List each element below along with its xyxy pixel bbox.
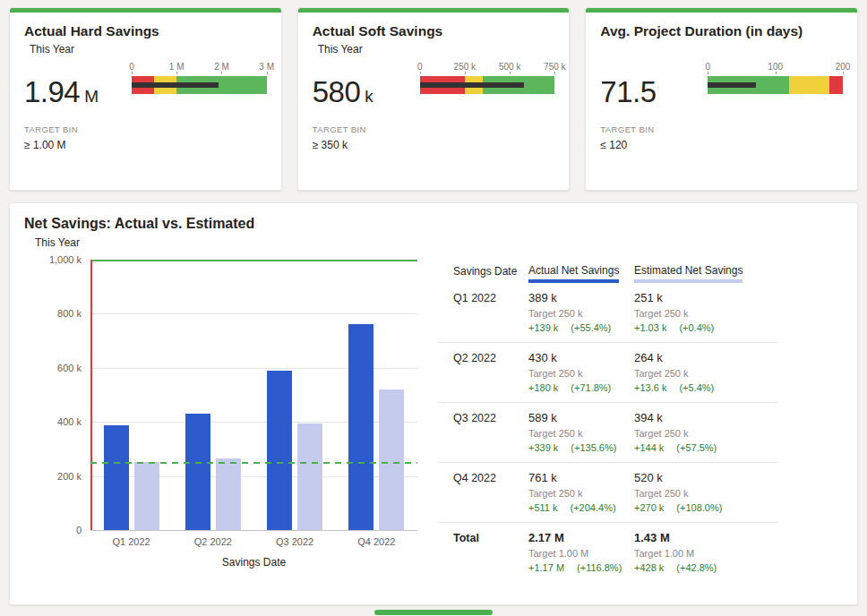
kpi-target-bin-value: ≤ 120	[600, 139, 843, 151]
bars-layer	[90, 260, 417, 530]
row-label: Total	[439, 531, 528, 573]
bullet-axis-label: 0	[417, 62, 423, 72]
x-axis-labels: Q1 2022Q2 2022Q3 2022Q4 2022	[90, 536, 417, 547]
bar-actual-q3-2022[interactable]	[267, 371, 292, 530]
variance-absolute: +180 k	[528, 382, 558, 393]
kpi-value-unit: k	[365, 87, 373, 106]
bullet-axis-tick	[776, 72, 777, 74]
y-axis-label: 1,000 k	[49, 254, 82, 265]
actual-target: Target 250 k	[528, 428, 634, 439]
actual-value: 389 k	[528, 291, 634, 304]
bar-estimated-q1-2022[interactable]	[134, 462, 159, 530]
kpi-card-avg-project-duration: Avg. Project Duration (in days) 71.5 010…	[585, 7, 858, 191]
estimated-value: 251 k	[634, 291, 777, 304]
bullet-axis: 01 M2 M3 M	[132, 61, 267, 74]
variance-absolute: +144 k	[634, 442, 664, 453]
col-header-savings-date: Savings Date	[439, 265, 528, 283]
bullet-track	[708, 76, 843, 94]
bullet-axis-tick	[510, 72, 511, 74]
kpi-title: Actual Soft Savings	[313, 23, 555, 39]
bullet-axis: 0250 k500 k750 k	[420, 61, 555, 74]
actual-variance: +139 k(+55.4%)	[528, 322, 634, 333]
kpi-bullet-chart: 0250 k500 k750 k	[420, 61, 555, 109]
bar-actual-q2-2022[interactable]	[185, 414, 210, 530]
actual-value: 761 k	[528, 471, 634, 484]
main-chart-subtitle: This Year	[35, 236, 839, 249]
kpi-value: 1.94M	[24, 75, 132, 109]
table-row: Q3 2022589 kTarget 250 k+339 k(+135.6%)3…	[439, 403, 777, 463]
estimated-cell: 251 kTarget 250 k+1.03 k(+0.4%)	[634, 291, 777, 333]
kpi-value: 580k	[313, 75, 420, 109]
variance-percent: (+57.5%)	[676, 442, 717, 453]
kpi-bullet-chart: 01 M2 M3 M	[132, 61, 267, 109]
table-row-total: Total2.17 MTarget 1.00 M+1.17 M(+116.8%)…	[439, 523, 777, 582]
kpi-card-body: Actual Soft Savings This Year 580k 0250 …	[298, 13, 570, 151]
bar-estimated-q2-2022[interactable]	[216, 458, 241, 530]
actual-target: Target 250 k	[528, 488, 634, 499]
col-header-estimated-wrap: Estimated Net Savings	[634, 264, 777, 283]
actual-variance: +180 k(+71.8%)	[528, 382, 634, 393]
net-savings-table: Savings Date Actual Net Savings Estimate…	[439, 260, 777, 582]
kpi-card-body: Avg. Project Duration (in days) 71.5 010…	[586, 13, 857, 151]
bullet-track	[132, 76, 267, 94]
y-axis-label: 800 k	[57, 308, 82, 319]
bullet-measure-bar	[708, 82, 756, 88]
kpi-title: Actual Hard Savings	[24, 23, 267, 39]
actual-cell: 761 kTarget 250 k+511 k(+204.4%)	[528, 471, 634, 513]
kpi-value: 71.5	[600, 75, 708, 109]
estimated-variance: +13.6 k(+5.4%)	[634, 382, 777, 393]
estimated-cell: 1.43 MTarget 1.00 M+428 k(+42.8%)	[634, 531, 777, 573]
bullet-axis-label: 250 k	[454, 62, 476, 72]
bullet-axis-label: 200	[836, 62, 851, 72]
estimated-variance: +428 k(+42.8%)	[634, 562, 777, 573]
kpi-period: This Year	[30, 43, 267, 56]
table-header: Savings Date Actual Net Savings Estimate…	[439, 260, 777, 283]
row-label: Q4 2022	[439, 471, 528, 513]
bullet-track	[420, 76, 555, 94]
page-scroll-indicator[interactable]	[374, 610, 493, 615]
actual-value: 430 k	[528, 351, 634, 364]
variance-absolute: +270 k	[634, 502, 664, 513]
kpi-card-body: Actual Hard Savings This Year 1.94M 01 M…	[10, 13, 281, 151]
estimated-target: Target 250 k	[634, 428, 777, 439]
table-row: Q4 2022761 kTarget 250 k+511 k(+204.4%)5…	[439, 463, 777, 523]
table-row: Q2 2022430 kTarget 250 k+180 k(+71.8%)26…	[439, 343, 777, 403]
actual-cell: 589 kTarget 250 k+339 k(+135.6%)	[528, 411, 634, 453]
variance-absolute: +1.03 k	[634, 322, 666, 333]
kpi-bullet-chart: 0100200	[708, 61, 843, 109]
kpi-target-bin-value: ≥ 1.00 M	[24, 139, 267, 151]
bar-actual-q1-2022[interactable]	[104, 425, 129, 530]
variance-absolute: +1.17 M	[528, 562, 564, 573]
col-header-actual-net-savings: Actual Net Savings	[528, 264, 619, 283]
variance-absolute: +139 k	[528, 322, 558, 333]
actual-target: Target 1.00 M	[528, 548, 634, 559]
plot-area	[90, 260, 417, 530]
bar-group-q3-2022	[254, 260, 336, 530]
kpi-row: Actual Hard Savings This Year 1.94M 01 M…	[9, 7, 858, 191]
y-axis-label: 0	[76, 525, 82, 535]
bullet-axis-tick	[221, 72, 222, 74]
table-row: Q1 2022389 kTarget 250 k+139 k(+55.4%)25…	[439, 283, 777, 343]
bullet-axis-tick	[132, 72, 133, 74]
kpi-target-bin-label: TARGET BIN	[313, 124, 555, 134]
bullet-axis-tick	[465, 72, 466, 74]
bar-actual-q4-2022[interactable]	[348, 324, 373, 530]
bullet-axis-label: 3 M	[259, 62, 274, 72]
table-rows: Q1 2022389 kTarget 250 k+139 k(+55.4%)25…	[439, 283, 777, 582]
variance-percent: (+204.4%)	[571, 502, 616, 513]
row-label: Q3 2022	[439, 411, 528, 453]
bar-estimated-q4-2022[interactable]	[379, 389, 404, 530]
bar-estimated-q3-2022[interactable]	[297, 424, 322, 530]
estimated-cell: 520 kTarget 250 k+270 k(+108.0%)	[634, 471, 777, 513]
bar-group-q1-2022	[90, 260, 172, 530]
bar-group-q2-2022	[172, 260, 253, 530]
estimated-target: Target 250 k	[634, 488, 777, 499]
kpi-period	[605, 43, 843, 56]
col-header-actual-wrap: Actual Net Savings	[528, 264, 634, 283]
estimated-variance: +1.03 k(+0.4%)	[634, 322, 777, 333]
bullet-axis-tick	[554, 72, 555, 74]
bullet-axis: 0100200	[708, 61, 843, 74]
bullet-axis-label: 100	[768, 62, 783, 72]
estimated-value: 1.43 M	[634, 531, 777, 544]
actual-variance: +511 k(+204.4%)	[528, 502, 634, 513]
